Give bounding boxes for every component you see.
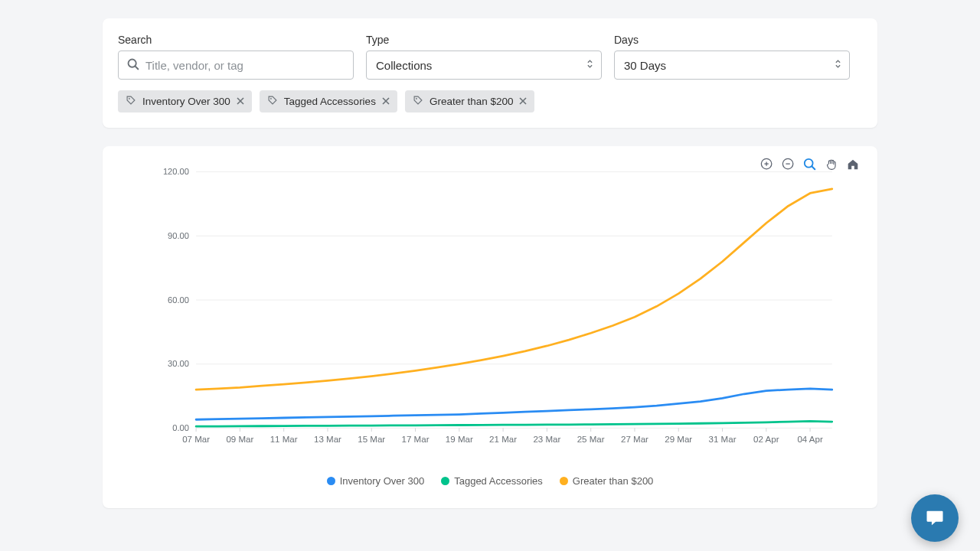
chart-legend: Inventory Over 300Tagged AccessoriesGrea… <box>118 475 862 487</box>
chart-area: 0.0030.0060.0090.00120.0007 Mar09 Mar11 … <box>147 161 862 475</box>
filter-chip[interactable]: Greater than $200 <box>405 90 535 112</box>
chat-button[interactable] <box>911 494 959 542</box>
search-group: Search <box>118 34 354 80</box>
svg-point-5 <box>270 98 272 99</box>
tag-icon <box>267 95 278 108</box>
type-label: Type <box>366 34 602 46</box>
close-icon[interactable] <box>519 96 527 107</box>
svg-text:19 Mar: 19 Mar <box>446 435 473 444</box>
applied-filters: Inventory Over 300Tagged AccessoriesGrea… <box>118 90 862 112</box>
svg-text:90.00: 90.00 <box>168 231 189 240</box>
filter-chip[interactable]: Inventory Over 300 <box>118 90 252 112</box>
svg-text:02 Apr: 02 Apr <box>753 435 779 444</box>
svg-text:0.00: 0.00 <box>172 423 189 432</box>
close-icon[interactable] <box>382 96 390 107</box>
svg-text:13 Mar: 13 Mar <box>314 435 341 444</box>
legend-dot <box>560 477 568 485</box>
legend-item[interactable]: Tagged Accessories <box>441 475 543 487</box>
search-input-wrap[interactable] <box>118 51 354 80</box>
tag-icon <box>126 95 136 108</box>
legend-item[interactable]: Inventory Over 300 <box>327 475 425 487</box>
chat-icon <box>924 507 946 529</box>
search-input[interactable] <box>145 59 345 72</box>
type-select[interactable]: Collections <box>366 51 602 80</box>
svg-text:21 Mar: 21 Mar <box>489 435 517 444</box>
svg-text:17 Mar: 17 Mar <box>402 435 430 444</box>
legend-dot <box>327 477 335 485</box>
svg-text:09 Mar: 09 Mar <box>226 435 253 444</box>
svg-text:120.00: 120.00 <box>163 168 189 176</box>
chart-panel: 0.0030.0060.0090.00120.0007 Mar09 Mar11 … <box>103 146 877 508</box>
series-line <box>196 389 832 419</box>
days-label: Days <box>614 34 850 46</box>
svg-text:25 Mar: 25 Mar <box>577 435 605 444</box>
caret-icon <box>835 59 841 72</box>
days-group: Days 30 Days <box>614 34 850 80</box>
type-value: Collections <box>376 59 432 72</box>
series-line <box>196 421 832 426</box>
chart-svg: 0.0030.0060.0090.00120.0007 Mar09 Mar11 … <box>147 168 851 451</box>
svg-point-2 <box>129 98 130 99</box>
days-select[interactable]: 30 Days <box>614 51 850 80</box>
svg-text:15 Mar: 15 Mar <box>358 435 385 444</box>
filter-chip[interactable]: Tagged Accessories <box>260 90 397 112</box>
series-line <box>196 189 832 390</box>
legend-dot <box>441 477 449 485</box>
legend-label: Inventory Over 300 <box>340 475 425 487</box>
svg-text:29 Mar: 29 Mar <box>665 435 692 444</box>
search-label: Search <box>118 34 354 46</box>
filter-panel: Search Type Collections Days 30 Days <box>103 18 877 128</box>
svg-text:11 Mar: 11 Mar <box>270 435 298 444</box>
svg-line-1 <box>136 67 138 69</box>
chip-label: Greater than $200 <box>430 96 514 107</box>
chip-label: Tagged Accessories <box>284 96 376 107</box>
svg-text:04 Apr: 04 Apr <box>797 435 823 444</box>
svg-text:31 Mar: 31 Mar <box>709 435 737 444</box>
svg-text:30.00: 30.00 <box>168 359 189 368</box>
legend-label: Tagged Accessories <box>454 475 543 487</box>
svg-text:27 Mar: 27 Mar <box>621 435 648 444</box>
legend-item[interactable]: Greater than $200 <box>560 475 654 487</box>
filter-row: Search Type Collections Days 30 Days <box>118 34 862 80</box>
svg-text:07 Mar: 07 Mar <box>182 435 210 444</box>
chip-label: Inventory Over 300 <box>142 96 230 107</box>
close-icon[interactable] <box>237 96 244 107</box>
tag-icon <box>413 95 423 108</box>
caret-icon <box>586 59 593 72</box>
search-icon <box>126 57 139 73</box>
days-value: 30 Days <box>624 59 666 72</box>
svg-text:60.00: 60.00 <box>168 295 189 305</box>
svg-text:23 Mar: 23 Mar <box>533 435 560 444</box>
svg-point-8 <box>416 98 417 99</box>
type-group: Type Collections <box>366 34 602 80</box>
legend-label: Greater than $200 <box>573 475 654 487</box>
